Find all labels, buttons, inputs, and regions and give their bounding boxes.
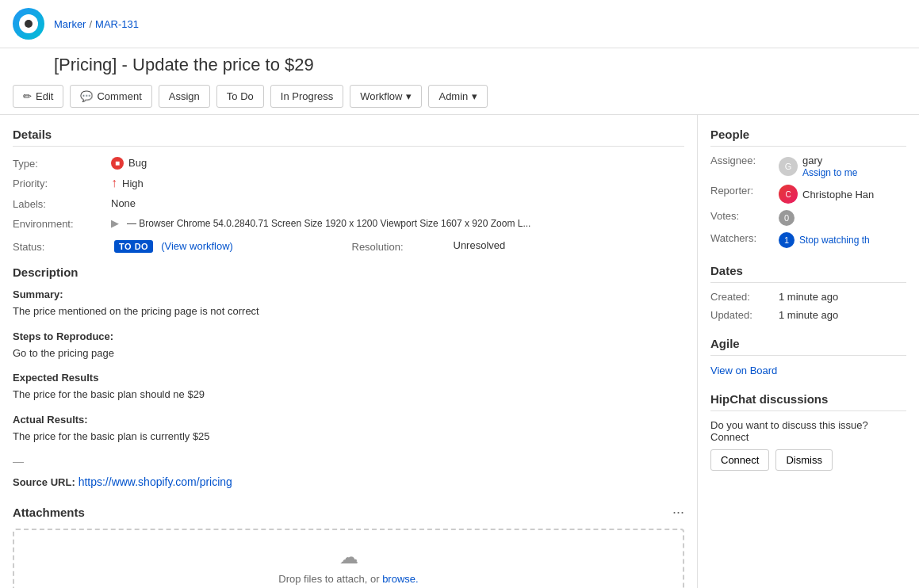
connect-button[interactable]: Connect [710, 449, 769, 471]
watchers-row: Watchers: 1 Stop watching th [710, 232, 906, 248]
type-label: Type: [13, 156, 108, 170]
content-area: Details Type: ■ Bug Priority: ↑ High Lab… [0, 115, 697, 588]
hipchat-title: HipChat discussions [710, 392, 906, 411]
dates-section: Dates Created: 1 minute ago Updated: 1 m… [710, 264, 906, 321]
agile-section: Agile View on Board [710, 337, 906, 376]
status-resolution-row: Status: TO DO (View workflow) Resolution… [13, 239, 684, 253]
type-value: ■ Bug [111, 156, 684, 170]
reporter-row: Reporter: C Christophe Han [710, 185, 906, 204]
priority-label: Priority: [13, 176, 108, 190]
hipchat-actions: Connect Dismiss [710, 449, 906, 471]
assignee-name: gary [802, 155, 857, 166]
assignee-avatar: G [779, 157, 798, 176]
breadcrumb-issue[interactable]: MAR-131 [95, 18, 139, 30]
drop-text: Drop files to attach, or [278, 573, 379, 585]
labels-label: Labels: [13, 197, 108, 210]
header-bar: Marker / MAR-131 [0, 0, 919, 48]
summary-text: The price mentioned on the pricing page … [13, 304, 684, 319]
details-grid: Type: ■ Bug Priority: ↑ High Labels: Non… [13, 156, 684, 230]
reporter-name: Christophe Han [802, 189, 874, 200]
todo-button[interactable]: To Do [216, 85, 264, 108]
expected-text: The price for the basic plan should ne $… [13, 387, 684, 403]
created-value: 1 minute ago [779, 291, 906, 303]
summary-block: Summary: The price mentioned on the pric… [13, 288, 684, 319]
sidebar: People Assignee: G gary Assign to me Rep… [697, 115, 919, 588]
description-title: Description [13, 265, 684, 279]
resolution-value: Unresolved [454, 239, 685, 253]
expected-label: Expected Results [13, 372, 684, 384]
priority-up-icon: ↑ [111, 176, 117, 190]
assignee-label: Assignee: [710, 155, 774, 178]
source-label: Source URL: [13, 476, 75, 488]
assign-to-me-link[interactable]: Assign to me [802, 167, 857, 178]
created-row: Created: 1 minute ago [710, 291, 906, 303]
workflow-button[interactable]: Workflow ▾ [350, 85, 422, 108]
votes-value: 0 [779, 210, 906, 226]
hipchat-text: Do you want to discuss this issue? Conne… [710, 419, 906, 443]
steps-block: Steps to Reproduce: Go to the pricing pa… [13, 330, 684, 361]
view-workflow-link[interactable]: (View workflow) [161, 240, 233, 252]
in-progress-button[interactable]: In Progress [270, 85, 343, 108]
vote-count-badge: 0 [779, 210, 795, 226]
expected-block: Expected Results The price for the basic… [13, 372, 684, 403]
reporter-value: C Christophe Han [779, 185, 906, 204]
dismiss-button[interactable]: Dismiss [775, 449, 833, 471]
status-label: Status: [13, 239, 108, 253]
assign-button[interactable]: Assign [159, 85, 210, 108]
environment-value: ▶ — Browser Chrome 54.0.2840.71 Screen S… [111, 216, 684, 230]
actual-text: The price for the basic plan is currentl… [13, 429, 684, 445]
hipchat-section: HipChat discussions Do you want to discu… [710, 392, 906, 471]
expand-icon: ▶ [111, 217, 119, 229]
details-section: Details Type: ■ Bug Priority: ↑ High Lab… [13, 128, 684, 253]
divider: — [13, 455, 684, 468]
breadcrumb-separator: / [89, 18, 92, 30]
watchers-label: Watchers: [710, 232, 774, 248]
comment-button[interactable]: 💬 Comment [70, 85, 151, 108]
watchers-value: 1 Stop watching th [779, 232, 906, 248]
more-options-button[interactable]: ··· [672, 504, 684, 521]
actual-block: Actual Results: The price for the basic … [13, 414, 684, 445]
watcher-count-badge: 1 [779, 232, 795, 248]
environment-label: Environment: [13, 216, 108, 230]
status-value: TO DO (View workflow) [114, 239, 346, 253]
status-badge: TO DO [114, 240, 153, 253]
source-url-link[interactable]: https://www.shopify.com/pricing [78, 475, 232, 488]
priority-value: ↑ High [111, 176, 684, 190]
reporter-label: Reporter: [710, 185, 774, 204]
source-url-block: Source URL: https://www.shopify.com/pric… [13, 475, 684, 488]
updated-row: Updated: 1 minute ago [710, 309, 906, 321]
steps-label: Steps to Reproduce: [13, 330, 684, 342]
toolbar: ✏ Edit 💬 Comment Assign To Do In Progres… [0, 78, 919, 115]
votes-row: Votes: 0 [710, 210, 906, 226]
actual-label: Actual Results: [13, 414, 684, 426]
app-logo [13, 8, 44, 40]
drop-zone[interactable]: ☁ Drop files to attach, or browse. [13, 529, 684, 588]
attachments-title: Attachments [13, 506, 85, 519]
steps-text: Go to the pricing page [13, 346, 684, 361]
breadcrumb-project[interactable]: Marker [54, 18, 86, 30]
people-section: People Assignee: G gary Assign to me Rep… [710, 128, 906, 248]
browse-link[interactable]: browse. [382, 573, 419, 585]
view-board-link[interactable]: View on Board [710, 365, 777, 376]
labels-value: None [111, 197, 684, 210]
updated-label: Updated: [710, 309, 774, 321]
main-layout: Details Type: ■ Bug Priority: ↑ High Lab… [0, 115, 919, 588]
votes-label: Votes: [710, 210, 774, 226]
resolution-label: Resolution: [352, 239, 447, 253]
attachments-section: Attachments ··· ☁ Drop files to attach, … [13, 504, 684, 588]
updated-value: 1 minute ago [779, 309, 906, 321]
comment-icon: 💬 [80, 90, 93, 102]
agile-title: Agile [710, 337, 906, 356]
chevron-down-icon: ▾ [472, 90, 477, 102]
attachments-header: Attachments ··· [13, 504, 684, 521]
edit-button[interactable]: ✏ Edit [13, 85, 63, 108]
issue-title: [Pricing] - Update the price to $29 [0, 48, 919, 78]
description-section: Description Summary: The price mentioned… [13, 265, 684, 488]
stop-watching-link[interactable]: Stop watching th [799, 235, 870, 246]
dates-title: Dates [710, 264, 906, 283]
details-title: Details [13, 128, 684, 147]
admin-button[interactable]: Admin ▾ [428, 85, 488, 108]
created-label: Created: [710, 291, 774, 303]
reporter-avatar: C [779, 185, 798, 204]
bug-icon: ■ [111, 157, 124, 170]
